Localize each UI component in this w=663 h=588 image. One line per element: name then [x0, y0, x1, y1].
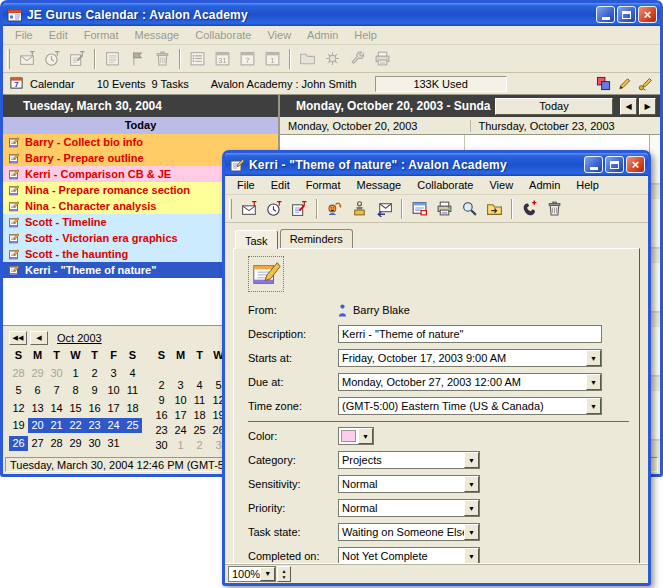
- print-icon[interactable]: [432, 197, 457, 220]
- calendar-day[interactable]: 18: [123, 401, 142, 416]
- calendar-day[interactable]: 29: [28, 366, 47, 381]
- chevron-down-icon[interactable]: ▼: [260, 567, 275, 581]
- today-button[interactable]: Today: [495, 98, 613, 115]
- new-task-icon[interactable]: [287, 197, 312, 220]
- color-select[interactable]: ▼: [338, 427, 374, 445]
- calendar-day[interactable]: 4: [190, 378, 209, 393]
- calendar-day[interactable]: 27: [28, 436, 47, 451]
- task-state-select[interactable]: Waiting on Someone Else▼: [338, 523, 480, 541]
- calendar-day[interactable]: 3: [104, 366, 123, 381]
- menu-item-admin[interactable]: Admin: [521, 177, 568, 193]
- time-zone-select[interactable]: (GMT-5:00) Eastern Time (US & Canada)▼: [338, 397, 602, 415]
- calendar-day[interactable]: 8: [66, 383, 85, 398]
- calendar-day[interactable]: 2: [152, 378, 171, 393]
- calendar-day[interactable]: 20: [28, 418, 47, 433]
- chevron-down-icon[interactable]: ▼: [464, 452, 479, 468]
- new-alarm-icon[interactable]: [262, 197, 287, 220]
- menu-item-collaborate[interactable]: Collaborate: [409, 177, 481, 193]
- calendar-day[interactable]: 25: [190, 423, 209, 438]
- menu-item-file[interactable]: File: [229, 177, 263, 193]
- calendar-day[interactable]: 16: [85, 401, 104, 416]
- chevron-down-icon[interactable]: ▼: [464, 548, 479, 564]
- menu-item-message[interactable]: Message: [349, 177, 410, 193]
- calendar-day[interactable]: 23: [152, 423, 171, 438]
- zoom-spinner[interactable]: ▲▼: [277, 566, 291, 582]
- sensitivity-select[interactable]: Normal▼: [338, 475, 480, 493]
- calendar-day[interactable]: 18: [190, 408, 209, 423]
- calendar-day[interactable]: 30: [152, 438, 171, 453]
- calendar-day[interactable]: 13: [28, 401, 47, 416]
- calendar-day[interactable]: 4: [123, 366, 142, 381]
- presenter-icon[interactable]: [347, 197, 372, 220]
- calendar-day[interactable]: 1: [171, 438, 190, 453]
- calendar-day[interactable]: 31: [104, 436, 123, 451]
- calendar-day[interactable]: 10: [104, 383, 123, 398]
- search-icon[interactable]: [457, 197, 482, 220]
- category-select[interactable]: Projects▼: [338, 451, 480, 469]
- tab-reminders[interactable]: Reminders: [280, 229, 353, 248]
- dialog-minimize-button[interactable]: [584, 156, 603, 173]
- trash-icon[interactable]: [542, 197, 567, 220]
- prev-month-button[interactable]: ◀: [30, 331, 48, 345]
- starts-at-select[interactable]: Friday, October 17, 2003 9:00 AM▼: [338, 349, 602, 367]
- calendar-day[interactable]: 19: [9, 418, 28, 433]
- layers-icon[interactable]: [596, 76, 612, 92]
- chevron-down-icon[interactable]: ▼: [464, 476, 479, 492]
- calendar-day[interactable]: 14: [47, 401, 66, 416]
- event-row[interactable]: Barry - Collect bio info: [3, 134, 278, 150]
- calendar-day[interactable]: 24: [171, 423, 190, 438]
- signature-key-icon[interactable]: [638, 76, 654, 92]
- calendar-day[interactable]: 21: [47, 418, 66, 433]
- priority-select[interactable]: Normal▼: [338, 499, 480, 517]
- menu-item-edit[interactable]: Edit: [263, 177, 298, 193]
- calendar-day[interactable]: 12: [9, 401, 28, 416]
- calendar-day[interactable]: 11: [123, 383, 142, 398]
- chevron-down-icon[interactable]: ▼: [464, 500, 479, 516]
- calendar-day[interactable]: 3: [171, 378, 190, 393]
- zoom-select[interactable]: 100%▼: [228, 566, 276, 582]
- calendar-day[interactable]: 26: [9, 436, 28, 451]
- menu-item-view[interactable]: View: [481, 177, 521, 193]
- close-button[interactable]: ×: [638, 6, 657, 23]
- chevron-down-icon[interactable]: ▼: [586, 374, 601, 390]
- menu-item-format[interactable]: Format: [298, 177, 349, 193]
- calendar-day[interactable]: 11: [190, 393, 209, 408]
- calendar-day[interactable]: 28: [47, 436, 66, 451]
- calendar-day[interactable]: 2: [190, 438, 209, 453]
- menu-item-help[interactable]: Help: [568, 177, 607, 193]
- due-at-select[interactable]: Monday, October 27, 2003 12:00 AM▼: [338, 373, 602, 391]
- calendar-day[interactable]: 9: [85, 383, 104, 398]
- chevron-down-icon[interactable]: ▼: [586, 350, 601, 366]
- calendar-day[interactable]: 22: [66, 418, 85, 433]
- calendar-day[interactable]: 6: [28, 383, 47, 398]
- calendar-day[interactable]: 25: [123, 418, 142, 433]
- description-input[interactable]: [338, 325, 602, 343]
- phone-add-icon[interactable]: [517, 197, 542, 220]
- chevron-down-icon[interactable]: ▼: [586, 398, 601, 414]
- chevron-down-icon[interactable]: ▼: [464, 524, 479, 540]
- calendar-day[interactable]: 5: [9, 383, 28, 398]
- next-week-button[interactable]: ▶: [639, 98, 656, 115]
- calendar-day[interactable]: 17: [104, 401, 123, 416]
- calendar-day[interactable]: 15: [66, 401, 85, 416]
- calendar-day[interactable]: 30: [85, 436, 104, 451]
- dialog-titlebar[interactable]: Kerri - "Theme of nature" : Avalon Acade…: [225, 153, 648, 176]
- prev-week-button[interactable]: ◀: [620, 98, 637, 115]
- new-event-icon[interactable]: [237, 197, 262, 220]
- pencil-icon[interactable]: [617, 76, 633, 92]
- maximize-button[interactable]: [617, 6, 636, 23]
- calendar-day[interactable]: 10: [171, 393, 190, 408]
- calendar-day[interactable]: 9: [152, 393, 171, 408]
- person-forward-icon[interactable]: [322, 197, 347, 220]
- reply-envelope-icon[interactable]: [372, 197, 397, 220]
- calendar-day[interactable]: 2: [85, 366, 104, 381]
- dialog-maximize-button[interactable]: [605, 156, 624, 173]
- prev-year-button[interactable]: ◀◀: [9, 331, 27, 345]
- file-folder-icon[interactable]: [482, 197, 507, 220]
- minimize-button[interactable]: [596, 6, 615, 23]
- calendar-day[interactable]: 23: [85, 418, 104, 433]
- calendar-day[interactable]: 28: [9, 366, 28, 381]
- chevron-down-icon[interactable]: ▼: [358, 428, 373, 444]
- calendar-day[interactable]: 16: [152, 408, 171, 423]
- calendar-day[interactable]: 7: [47, 383, 66, 398]
